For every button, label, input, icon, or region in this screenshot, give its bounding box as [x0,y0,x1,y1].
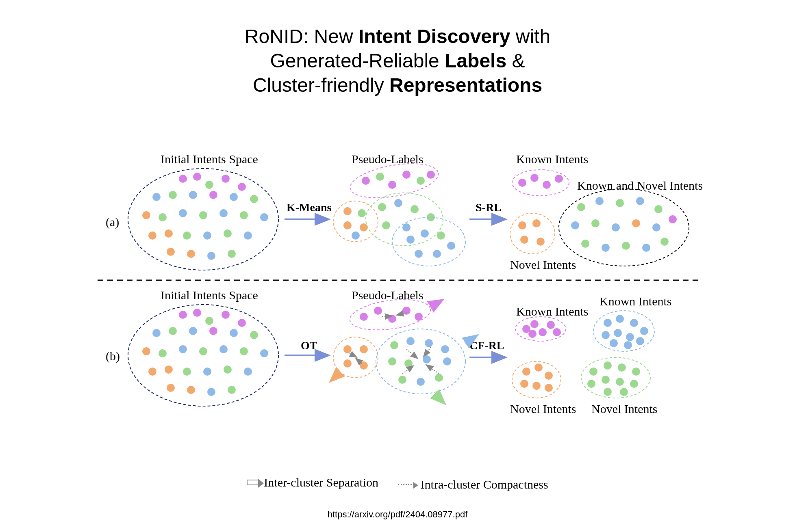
svg-point-80 [642,244,650,252]
svg-point-46 [382,221,390,229]
svg-point-56 [518,179,526,187]
svg-point-172 [604,361,612,370]
svg-point-8 [209,191,217,199]
svg-point-132 [388,357,396,365]
svg-line-124 [330,374,339,382]
svg-point-95 [179,345,187,353]
svg-point-90 [209,327,217,335]
svg-point-175 [587,380,595,388]
svg-point-137 [417,378,425,386]
svg-point-77 [581,240,589,248]
svg-point-129 [406,337,415,345]
svg-point-9 [230,193,238,201]
title-bold2: Labels [445,50,506,71]
svg-point-3 [222,175,230,183]
svg-point-155 [630,319,638,327]
svg-point-82 [179,311,187,319]
svg-point-88 [169,327,177,335]
svg-point-166 [545,372,553,380]
svg-line-141 [406,349,418,359]
row-b-label: (b) [106,349,120,363]
svg-point-7 [189,191,197,199]
svg-point-93 [142,347,150,355]
svg-point-22 [224,229,232,238]
svg-point-160 [610,339,618,347]
svg-point-6 [169,191,177,199]
svg-point-168 [532,382,541,390]
outline-arrow-icon [247,480,259,485]
legend-intra: Intra-cluster Compactness [398,478,548,491]
svg-point-136 [398,376,406,384]
svg-point-15 [219,209,228,217]
svg-point-78 [602,244,610,252]
b-pseudo-group [330,295,478,404]
svg-point-67 [595,197,604,205]
title-mid1: with [510,26,550,47]
svg-point-43 [394,199,402,207]
legend-inter: Inter-cluster Separation [247,476,378,489]
svg-point-51 [437,231,445,240]
svg-point-16 [240,211,248,219]
svg-point-134 [423,355,431,363]
svg-point-81 [660,238,669,246]
svg-point-24 [167,248,175,256]
svg-point-164 [522,368,530,376]
svg-point-59 [555,175,563,183]
svg-point-58 [543,181,551,189]
title-prefix: RoNID: New [245,26,358,47]
svg-point-94 [159,349,167,357]
svg-point-25 [187,250,195,258]
svg-point-131 [441,345,449,353]
svg-point-86 [238,319,246,327]
svg-point-11 [142,211,150,219]
svg-point-74 [612,223,620,231]
svg-point-53 [433,250,441,258]
legend-inter-text: Inter-cluster Separation [264,476,378,489]
diagram: (a) (b) Initial Intents Space Pseudo-Lab… [122,154,683,447]
svg-point-39 [360,223,368,231]
svg-point-151 [528,330,537,338]
svg-point-72 [571,221,579,229]
svg-point-83 [193,309,201,317]
svg-point-29 [362,177,370,185]
svg-point-176 [602,376,610,384]
svg-point-68 [616,199,624,207]
svg-point-170 [581,357,650,398]
svg-point-91 [230,329,238,337]
svg-point-87 [152,329,161,337]
svg-point-20 [183,231,191,240]
svg-point-122 [343,359,352,368]
svg-point-19 [165,229,173,238]
svg-point-133 [404,359,413,368]
svg-point-23 [244,231,252,240]
title-line2b: & [506,50,525,71]
dotted-arrow-icon [398,484,414,485]
svg-point-21 [203,231,211,240]
svg-point-96 [199,347,207,355]
svg-point-5 [152,193,161,201]
b-result-group [512,311,654,398]
svg-point-62 [532,219,541,227]
svg-point-17 [260,213,268,221]
svg-point-121 [360,345,368,353]
svg-point-165 [534,363,543,372]
svg-point-157 [602,331,610,339]
svg-point-28 [348,158,441,203]
svg-point-32 [402,171,411,179]
legend-intra-text: Intra-cluster Compactness [421,478,548,491]
svg-point-98 [240,347,248,355]
svg-point-76 [652,223,660,231]
diagram-svg [122,154,691,447]
svg-point-101 [165,365,173,374]
svg-point-63 [520,236,528,244]
svg-point-14 [199,211,207,219]
svg-point-167 [520,380,528,388]
a-result-group [510,170,689,266]
svg-point-111 [360,313,368,321]
svg-point-73 [591,219,600,227]
svg-point-27 [228,250,236,258]
svg-point-79 [622,242,630,250]
svg-point-61 [518,221,526,229]
svg-point-156 [640,327,648,335]
svg-point-138 [435,374,443,382]
